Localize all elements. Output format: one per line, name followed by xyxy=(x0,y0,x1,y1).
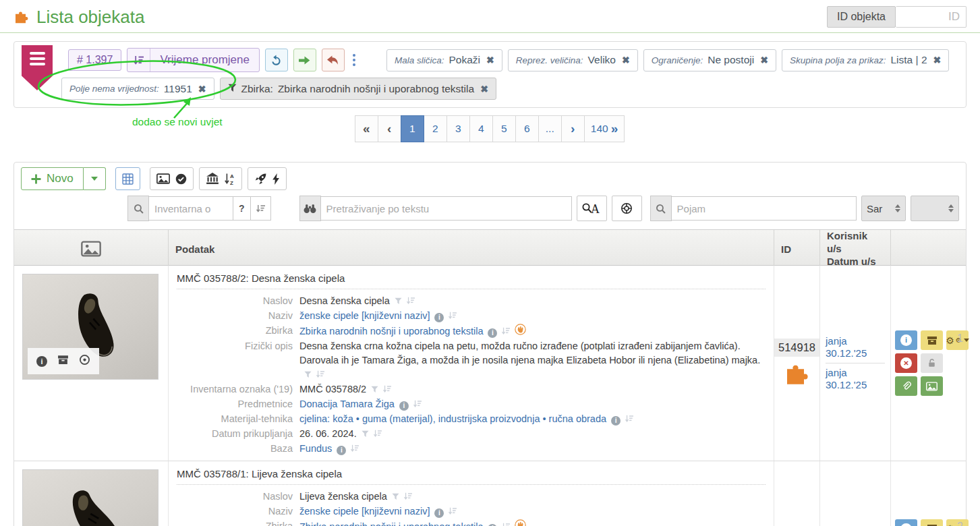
menu-button[interactable] xyxy=(22,45,53,90)
pagination-last-button[interactable]: 140 » xyxy=(584,115,625,142)
result-count-button[interactable]: # 1.397 xyxy=(68,49,121,71)
undo-button[interactable] xyxy=(322,49,345,71)
funnel-icon[interactable] xyxy=(362,428,369,442)
sort-inventory-button[interactable] xyxy=(251,196,271,221)
globe-search-button[interactable] xyxy=(612,196,642,221)
image-check-button[interactable] xyxy=(150,167,194,190)
object-photo[interactable]: i xyxy=(22,469,158,526)
hand-icon[interactable] xyxy=(515,324,526,339)
sort-icon[interactable] xyxy=(502,521,510,526)
info-button[interactable]: i xyxy=(895,330,917,350)
sort-icon[interactable] xyxy=(407,295,415,309)
funnel-icon[interactable] xyxy=(392,490,399,504)
puzzle-icon[interactable] xyxy=(784,358,811,388)
pagination-page-3[interactable]: 3 xyxy=(446,115,470,142)
sort-amount-icon xyxy=(127,49,150,71)
info-icon[interactable]: i xyxy=(488,521,497,526)
archive-button[interactable] xyxy=(921,330,943,350)
sort-icon[interactable] xyxy=(351,442,359,457)
forward-button[interactable] xyxy=(293,49,316,71)
pagination-page-1[interactable]: 1 xyxy=(401,115,424,142)
pagination-page-4[interactable]: 4 xyxy=(469,115,493,142)
remove-filter-icon[interactable]: ✖ xyxy=(486,55,494,65)
id-input[interactable] xyxy=(896,6,967,28)
sort-icon[interactable] xyxy=(316,368,324,382)
sort-icon[interactable] xyxy=(449,310,457,324)
field-list: NaslovDesna ženska cipelaNazivženske cip… xyxy=(177,294,766,457)
info-icon[interactable]: i xyxy=(611,413,621,427)
user-link[interactable]: janja xyxy=(826,367,885,379)
date-link[interactable]: 30.12.'25 xyxy=(826,379,885,391)
funnel-icon[interactable] xyxy=(371,383,378,397)
archive-box-icon[interactable] xyxy=(57,354,69,368)
user-date-entry[interactable]: janja30.12.'25 xyxy=(826,363,885,394)
date-link[interactable]: 30.12.'25 xyxy=(826,347,885,359)
sort-icon[interactable] xyxy=(625,413,633,427)
image-button[interactable] xyxy=(921,376,943,396)
unlock-button[interactable] xyxy=(921,353,943,373)
rocket-actions-button[interactable] xyxy=(248,167,287,190)
info-icon[interactable]: i xyxy=(36,356,47,367)
filter-chip-ogranicenje: Ograničenje: Ne postoji ✖ xyxy=(643,49,776,71)
field-value-link[interactable]: Zbirka narodnih nošnji i uporabnog tekst… xyxy=(299,519,526,526)
info-icon[interactable]: i xyxy=(434,310,444,324)
remove-filter-icon[interactable]: ✖ xyxy=(933,55,942,65)
inventory-number-input[interactable] xyxy=(149,196,233,221)
info-icon[interactable]: i xyxy=(337,442,346,457)
sar-select[interactable]: Sar xyxy=(861,196,906,221)
sort-icon[interactable] xyxy=(413,398,422,412)
field-value-link[interactable]: ženske cipele [književni naziv]i xyxy=(299,504,457,519)
field-value-link[interactable]: ženske cipele [književni naziv]i xyxy=(299,309,457,324)
pagination-page-2[interactable]: 2 xyxy=(424,115,447,142)
object-photo[interactable]: i xyxy=(22,274,158,380)
sort-field-control[interactable]: Vrijeme promjene xyxy=(127,48,260,72)
actions-cell: i ⚙⚙ ✕ xyxy=(890,266,966,461)
help-button[interactable]: ? xyxy=(233,196,251,221)
museum-sort-button[interactable]: AZ xyxy=(199,167,242,190)
info-icon[interactable]: i xyxy=(399,398,409,412)
field-value-link[interactable]: Fundusi xyxy=(299,442,359,457)
pagination-page-6[interactable]: 6 xyxy=(515,115,539,142)
funnel-icon[interactable] xyxy=(304,368,312,382)
field-value-link[interactable]: cjelina: koža • guma (materijal), indust… xyxy=(299,412,633,427)
sort-icon[interactable] xyxy=(502,325,510,339)
field-value-link[interactable]: Donacija Tamara Žigai xyxy=(299,397,422,412)
info-button[interactable]: i xyxy=(895,519,917,526)
field-value-link[interactable]: Zbirka narodnih nošnji i uporabnog tekst… xyxy=(299,324,526,339)
pagination-prev-button[interactable]: ‹ xyxy=(378,115,401,142)
pagination-page-5[interactable]: 5 xyxy=(492,115,516,142)
remove-filter-icon[interactable]: ✖ xyxy=(480,84,488,94)
empty-select[interactable] xyxy=(911,196,959,221)
pagination-first-button[interactable]: « xyxy=(355,115,378,142)
sort-icon[interactable] xyxy=(374,428,382,442)
more-options-icon[interactable] xyxy=(353,54,355,66)
user-link[interactable]: janja xyxy=(826,335,885,347)
pagination-next-button[interactable]: › xyxy=(561,115,585,142)
refresh-button[interactable] xyxy=(265,49,288,71)
delete-button[interactable]: ✕ xyxy=(895,353,917,373)
id-object-button[interactable]: ID objekta xyxy=(827,6,896,28)
funnel-icon[interactable] xyxy=(395,295,402,309)
field-label: Fizički opis xyxy=(177,339,299,382)
archive-button[interactable] xyxy=(921,519,943,526)
attachment-button[interactable] xyxy=(895,376,917,396)
new-object-button[interactable]: Novo xyxy=(21,167,84,190)
remove-filter-icon[interactable]: ✖ xyxy=(760,55,768,65)
sort-icon[interactable] xyxy=(449,505,457,519)
fulltext-search-input[interactable] xyxy=(321,196,572,221)
hand-icon[interactable] xyxy=(515,519,526,526)
table-view-button[interactable] xyxy=(115,167,140,190)
sort-icon[interactable] xyxy=(383,383,391,397)
font-search-button[interactable]: A xyxy=(577,196,607,221)
remove-filter-icon[interactable]: ✖ xyxy=(198,84,206,94)
new-object-dropdown-button[interactable] xyxy=(84,167,106,190)
term-search-input[interactable] xyxy=(672,196,857,221)
user-date-cell: janja30.12.'25janja xyxy=(819,461,890,526)
remove-filter-icon[interactable]: ✖ xyxy=(622,55,630,65)
info-icon[interactable]: i xyxy=(434,505,444,519)
user-date-entry[interactable]: janja30.12.'25 xyxy=(826,332,885,363)
target-icon[interactable] xyxy=(79,354,90,368)
field-label: Naziv xyxy=(177,504,299,519)
info-icon[interactable]: i xyxy=(488,325,497,339)
sort-icon[interactable] xyxy=(404,490,412,504)
